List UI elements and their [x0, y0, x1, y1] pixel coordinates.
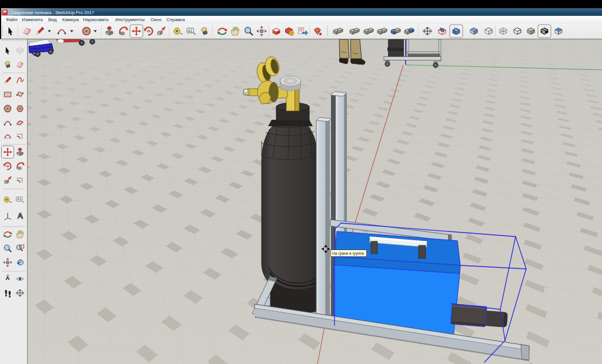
svg-text:A1: A1	[188, 29, 193, 33]
svg-text:A1: A1	[17, 197, 21, 201]
